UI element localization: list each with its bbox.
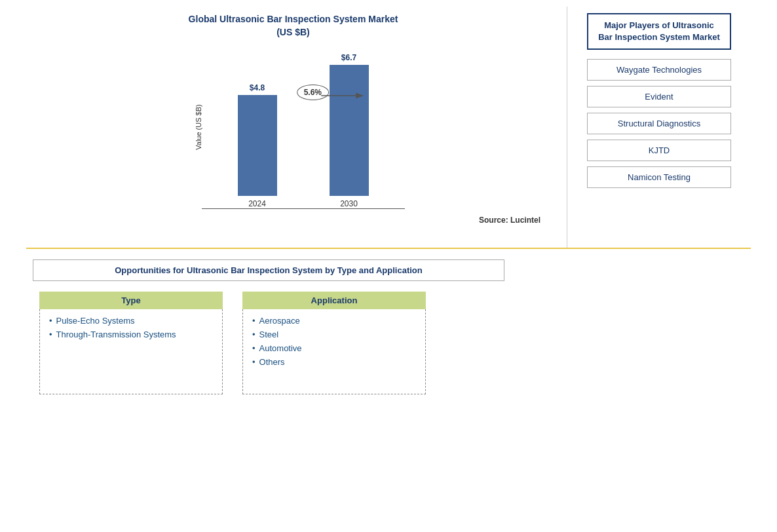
bar-value-2030: $6.7 xyxy=(341,53,356,62)
type-item-2: • Through-Transmission Systems xyxy=(49,330,213,339)
bullet-icon: • xyxy=(252,330,256,339)
y-axis-label: Value (US $B) xyxy=(194,104,202,150)
chart-area: Global Ultrasonic Bar Inspection System … xyxy=(26,7,567,248)
app-item-2: • Steel xyxy=(252,330,416,339)
application-body: • Aerospace • Steel • Automotive • Other… xyxy=(242,309,426,394)
type-body: • Pulse-Echo Systems • Through-Transmiss… xyxy=(39,309,223,394)
type-header: Type xyxy=(39,292,223,309)
bar-group-2024: $4.8 2024 xyxy=(238,83,277,208)
bullet-icon: • xyxy=(252,357,256,367)
bar-2024 xyxy=(238,95,277,196)
bars-container: 5.6% $4.8 xyxy=(202,65,405,209)
bar-label-2030: 2030 xyxy=(340,199,358,208)
main-container: Global Ultrasonic Bar Inspection System … xyxy=(0,0,777,532)
application-header: Application xyxy=(242,292,426,309)
opportunities-title: Opportunities for Ultrasonic Bar Inspect… xyxy=(33,259,504,281)
player-item-1: Waygate Technologies xyxy=(587,59,731,81)
players-area: Major Players of Ultrasonic Bar Inspecti… xyxy=(567,7,751,248)
opportunities-grid: Type • Pulse-Echo Systems • Through-Tran… xyxy=(39,292,744,394)
bar-group-2030: $6.7 2030 xyxy=(330,53,369,208)
player-item-2: Evident xyxy=(587,86,731,107)
bullet-icon: • xyxy=(49,330,52,339)
application-column: Application • Aerospace • Steel • Automo… xyxy=(242,292,426,394)
app-item-1: • Aerospace xyxy=(252,316,416,326)
bullet-icon: • xyxy=(252,343,256,353)
player-item-4: KJTD xyxy=(587,140,731,161)
player-item-3: Structural Diagnostics xyxy=(587,113,731,134)
app-item-3: • Automotive xyxy=(252,343,416,353)
players-title: Major Players of Ultrasonic Bar Inspecti… xyxy=(587,13,731,50)
chart-wrapper: Value (US $B) 5.6% xyxy=(182,45,405,209)
cagr-annotation: 5.6% xyxy=(297,85,329,100)
app-item-4: • Others xyxy=(252,357,416,367)
bottom-section: Opportunities for Ultrasonic Bar Inspect… xyxy=(26,249,751,525)
top-section: Global Ultrasonic Bar Inspection System … xyxy=(26,7,751,249)
bar-label-2024: 2024 xyxy=(248,199,266,208)
bar-value-2024: $4.8 xyxy=(250,83,265,92)
bullet-icon: • xyxy=(49,316,52,326)
source-text: Source: Lucintel xyxy=(479,216,540,225)
cagr-arrow-svg xyxy=(321,88,373,103)
chart-title: Global Ultrasonic Bar Inspection System … xyxy=(189,13,398,39)
bullet-icon: • xyxy=(252,316,256,326)
type-item-1: • Pulse-Echo Systems xyxy=(49,316,213,326)
bar-2030 xyxy=(330,65,369,196)
player-item-5: Namicon Testing xyxy=(587,166,731,188)
type-column: Type • Pulse-Echo Systems • Through-Tran… xyxy=(39,292,223,394)
